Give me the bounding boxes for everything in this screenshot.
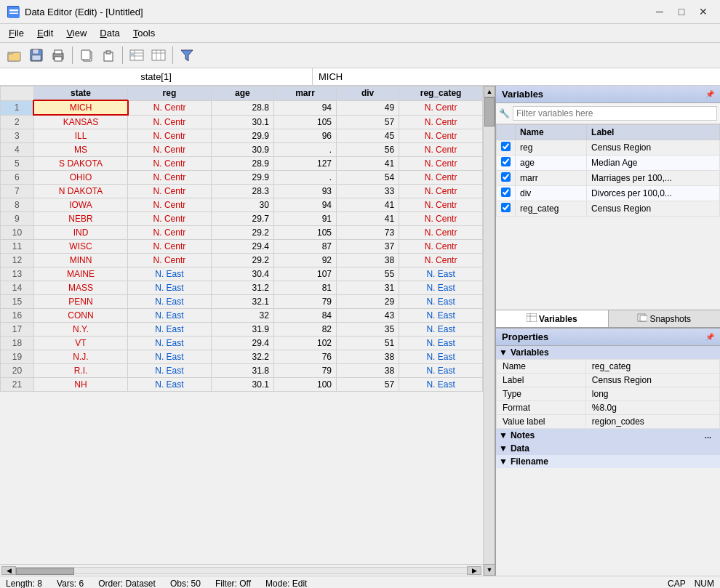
cell-div-18[interactable]: 51 [337, 337, 399, 350]
cell-reg_categ-13[interactable]: N. East [399, 267, 483, 281]
scroll-down-btn[interactable]: ▼ [484, 564, 495, 576]
cell-age-6[interactable]: 29.9 [211, 171, 273, 185]
menu-edit[interactable]: Edit [31, 25, 59, 41]
cell-reg-8[interactable]: N. Centr [128, 198, 212, 212]
grid-scroll-area[interactable]: state reg age marr div reg_categ 1MICHN.… [0, 86, 483, 564]
v-scroll-thumb[interactable] [484, 97, 495, 126]
menu-view[interactable]: View [60, 25, 92, 41]
cell-div-17[interactable]: 35 [337, 323, 399, 337]
cell-state-3[interactable]: ILL [33, 129, 127, 143]
cell-div-11[interactable]: 37 [337, 240, 399, 254]
var-row[interactable]: reg_categCensus Region [497, 201, 720, 217]
variables-filter-input[interactable] [513, 106, 717, 121]
cell-state-12[interactable]: MINN [33, 254, 127, 267]
cell-marr-7[interactable]: 93 [273, 185, 336, 198]
var-row[interactable]: ageMedian Age [497, 156, 720, 171]
scroll-right-btn[interactable]: ▶ [467, 566, 481, 575]
h-scroll-track[interactable] [16, 567, 467, 574]
cell-div-5[interactable]: 41 [337, 157, 399, 171]
prop-notes-ellipsis[interactable]: ... [705, 431, 711, 440]
var-col-name[interactable]: Name [516, 125, 587, 140]
cell-marr-14[interactable]: 81 [273, 281, 336, 295]
cell-state-11[interactable]: WISC [33, 240, 127, 254]
cell-marr-16[interactable]: 84 [273, 309, 336, 323]
open-button[interactable] [4, 45, 25, 65]
cell-reg_categ-5[interactable]: N. Centr [399, 157, 483, 171]
menu-data[interactable]: Data [94, 25, 125, 41]
close-button[interactable]: ✕ [694, 4, 713, 19]
cell-div-2[interactable]: 57 [337, 115, 399, 129]
cell-age-1[interactable]: 28.8 [211, 100, 273, 115]
cell-age-9[interactable]: 29.7 [211, 212, 273, 226]
cell-reg_categ-7[interactable]: N. Centr [399, 185, 483, 198]
cell-age-14[interactable]: 31.2 [211, 281, 273, 295]
cell-reg-4[interactable]: N. Centr [128, 143, 212, 157]
cell-state-7[interactable]: N DAKOTA [33, 185, 127, 198]
prop-section-notes[interactable]: ▼ Notes ... [496, 429, 720, 442]
cell-reg-7[interactable]: N. Centr [128, 185, 212, 198]
copy-button[interactable] [76, 45, 97, 65]
cell-reg_categ-2[interactable]: N. Centr [399, 115, 483, 129]
cell-age-8[interactable]: 30 [211, 198, 273, 212]
h-scrollbar[interactable]: ◀ ▶ [0, 564, 483, 576]
cell-state-17[interactable]: N.Y. [33, 323, 127, 337]
cell-state-4[interactable]: MS [33, 143, 127, 157]
cell-marr-1[interactable]: 94 [273, 100, 336, 115]
var-col-label[interactable]: Label [587, 125, 720, 140]
cell-state-1[interactable]: MICH [33, 100, 127, 115]
cell-reg_categ-10[interactable]: N. Centr [399, 226, 483, 240]
cell-reg-15[interactable]: N. East [128, 295, 212, 309]
cell-reg-3[interactable]: N. Centr [128, 129, 212, 143]
cell-reg-16[interactable]: N. East [128, 309, 212, 323]
filter-button[interactable] [177, 45, 197, 65]
cell-age-10[interactable]: 29.2 [211, 226, 273, 240]
variables-list-scroll[interactable]: Name Label regCensus RegionageMedian Age… [496, 124, 720, 310]
cell-div-20[interactable]: 38 [337, 364, 399, 378]
save-button[interactable] [26, 45, 47, 65]
cell-reg_categ-4[interactable]: N. Centr [399, 143, 483, 157]
cell-state-19[interactable]: N.J. [33, 350, 127, 364]
cell-state-13[interactable]: MAINE [33, 267, 127, 281]
cell-age-18[interactable]: 29.4 [211, 337, 273, 350]
tab-snapshots[interactable]: Snapshots [609, 310, 721, 327]
cell-marr-5[interactable]: 127 [273, 157, 336, 171]
cell-marr-13[interactable]: 107 [273, 267, 336, 281]
cell-state-18[interactable]: VT [33, 337, 127, 350]
cell-state-20[interactable]: R.I. [33, 364, 127, 378]
cell-reg-5[interactable]: N. Centr [128, 157, 212, 171]
var-row[interactable]: divDivorces per 100,0... [497, 186, 720, 201]
print-button[interactable] [48, 45, 68, 65]
cell-age-2[interactable]: 30.1 [211, 115, 273, 129]
col-header-state[interactable]: state [33, 86, 127, 101]
cell-age-11[interactable]: 29.4 [211, 240, 273, 254]
prop-section-variables[interactable]: ▼ Variables [496, 346, 720, 359]
cell-reg_categ-12[interactable]: N. Centr [399, 254, 483, 267]
var-checkbox[interactable] [497, 171, 516, 186]
cell-reg_categ-3[interactable]: N. Centr [399, 129, 483, 143]
data-editor-button[interactable] [127, 45, 147, 65]
col-header-reg[interactable]: reg [128, 86, 212, 101]
cell-div-19[interactable]: 38 [337, 350, 399, 364]
cell-reg_categ-21[interactable]: N. East [399, 378, 483, 392]
cell-div-9[interactable]: 41 [337, 212, 399, 226]
cell-age-17[interactable]: 31.9 [211, 323, 273, 337]
cell-age-3[interactable]: 29.9 [211, 129, 273, 143]
cell-reg-9[interactable]: N. Centr [128, 212, 212, 226]
minimize-button[interactable]: ─ [650, 4, 669, 19]
cell-marr-20[interactable]: 79 [273, 364, 336, 378]
cell-age-20[interactable]: 31.8 [211, 364, 273, 378]
cell-marr-6[interactable]: . [273, 171, 336, 185]
cell-reg_categ-20[interactable]: N. East [399, 364, 483, 378]
cell-state-9[interactable]: NEBR [33, 212, 127, 226]
col-header-marr[interactable]: marr [273, 86, 336, 101]
cell-reg_categ-6[interactable]: N. Centr [399, 171, 483, 185]
cell-state-6[interactable]: OHIO [33, 171, 127, 185]
var-row[interactable]: marrMarriages per 100,... [497, 171, 720, 186]
cell-reg-19[interactable]: N. East [128, 350, 212, 364]
cell-marr-4[interactable]: . [273, 143, 336, 157]
cell-state-16[interactable]: CONN [33, 309, 127, 323]
var-checkbox[interactable] [497, 156, 516, 171]
cell-marr-9[interactable]: 91 [273, 212, 336, 226]
cell-reg-6[interactable]: N. Centr [128, 171, 212, 185]
cell-reg_categ-11[interactable]: N. Centr [399, 240, 483, 254]
